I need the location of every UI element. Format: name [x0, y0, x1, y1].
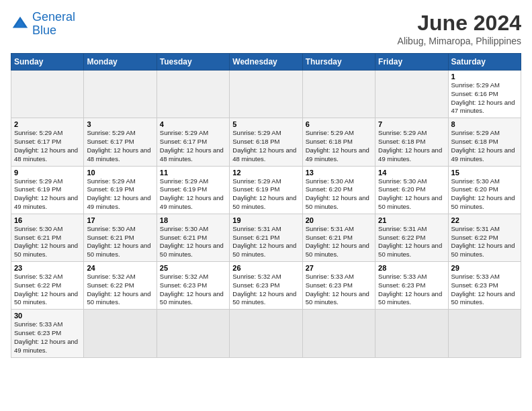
- day-info: Sunrise: 5:29 AMSunset: 6:19 PMDaylight:…: [160, 177, 226, 212]
- week-row-5: 30Sunrise: 5:33 AMSunset: 6:23 PMDayligh…: [11, 310, 521, 357]
- calendar-cell: 1Sunrise: 5:29 AMSunset: 6:16 PMDaylight…: [448, 71, 521, 118]
- calendar-cell: 17Sunrise: 5:30 AMSunset: 6:21 PMDayligh…: [84, 214, 157, 261]
- logo-text: General Blue: [32, 11, 75, 38]
- calendar-cell: 8Sunrise: 5:29 AMSunset: 6:18 PMDaylight…: [448, 118, 521, 166]
- day-info: Sunrise: 5:29 AMSunset: 6:18 PMDaylight:…: [451, 129, 518, 163]
- day-number: 1: [451, 73, 518, 81]
- day-number: 28: [378, 264, 445, 272]
- day-number: 9: [14, 169, 81, 177]
- day-info: Sunrise: 5:33 AMSunset: 6:23 PMDaylight:…: [306, 273, 372, 307]
- calendar-cell: [157, 71, 229, 118]
- header-day-wednesday: Wednesday: [230, 54, 302, 71]
- calendar-title: June 2024: [398, 11, 521, 36]
- day-number: 25: [160, 264, 226, 272]
- day-number: 15: [451, 169, 518, 177]
- day-number: 10: [87, 169, 153, 177]
- day-number: 11: [160, 169, 226, 177]
- day-info: Sunrise: 5:29 AMSunset: 6:17 PMDaylight:…: [14, 129, 81, 163]
- day-number: 18: [160, 216, 226, 224]
- day-number: 19: [232, 216, 299, 224]
- day-info: Sunrise: 5:29 AMSunset: 6:18 PMDaylight:…: [232, 129, 299, 163]
- calendar-cell: [448, 310, 521, 357]
- calendar-cell: [84, 310, 157, 357]
- title-block: June 2024 Alibug, Mimaropa, Philippines: [398, 11, 521, 46]
- calendar-header: SundayMondayTuesdayWednesdayThursdayFrid…: [11, 54, 521, 71]
- day-number: 30: [14, 312, 81, 320]
- day-number: 7: [378, 120, 445, 128]
- calendar-cell: [302, 71, 375, 118]
- calendar-cell: 21Sunrise: 5:31 AMSunset: 6:22 PMDayligh…: [375, 214, 448, 261]
- day-info: Sunrise: 5:31 AMSunset: 6:22 PMDaylight:…: [451, 225, 518, 259]
- week-row-1: 2Sunrise: 5:29 AMSunset: 6:17 PMDaylight…: [11, 118, 521, 166]
- day-number: 6: [306, 120, 372, 128]
- calendar-cell: [375, 310, 448, 357]
- day-info: Sunrise: 5:29 AMSunset: 6:16 PMDaylight:…: [451, 81, 518, 116]
- calendar-cell: 20Sunrise: 5:31 AMSunset: 6:21 PMDayligh…: [302, 214, 375, 261]
- calendar-cell: 30Sunrise: 5:33 AMSunset: 6:23 PMDayligh…: [11, 310, 84, 357]
- day-number: 14: [378, 169, 445, 177]
- calendar-cell: [84, 71, 157, 118]
- day-info: Sunrise: 5:31 AMSunset: 6:21 PMDaylight:…: [232, 225, 299, 259]
- day-info: Sunrise: 5:32 AMSunset: 6:22 PMDaylight:…: [87, 273, 153, 307]
- calendar-cell: 13Sunrise: 5:30 AMSunset: 6:20 PMDayligh…: [302, 166, 375, 214]
- day-number: 23: [14, 264, 81, 272]
- calendar-subtitle: Alibug, Mimaropa, Philippines: [398, 36, 521, 46]
- week-row-3: 16Sunrise: 5:30 AMSunset: 6:21 PMDayligh…: [11, 214, 521, 261]
- day-number: 24: [87, 264, 153, 272]
- calendar-cell: 11Sunrise: 5:29 AMSunset: 6:19 PMDayligh…: [157, 166, 229, 214]
- header-day-tuesday: Tuesday: [157, 54, 229, 71]
- calendar-cell: 15Sunrise: 5:30 AMSunset: 6:20 PMDayligh…: [448, 166, 521, 214]
- header-row: SundayMondayTuesdayWednesdayThursdayFrid…: [11, 54, 521, 71]
- day-info: Sunrise: 5:30 AMSunset: 6:20 PMDaylight:…: [306, 177, 372, 212]
- calendar-cell: 25Sunrise: 5:32 AMSunset: 6:23 PMDayligh…: [157, 262, 229, 310]
- week-row-2: 9Sunrise: 5:29 AMSunset: 6:19 PMDaylight…: [11, 166, 521, 214]
- day-info: Sunrise: 5:33 AMSunset: 6:23 PMDaylight:…: [451, 273, 518, 307]
- day-info: Sunrise: 5:30 AMSunset: 6:20 PMDaylight:…: [378, 177, 445, 212]
- calendar-cell: 12Sunrise: 5:29 AMSunset: 6:19 PMDayligh…: [230, 166, 302, 214]
- day-info: Sunrise: 5:30 AMSunset: 6:21 PMDaylight:…: [160, 225, 226, 259]
- day-info: Sunrise: 5:29 AMSunset: 6:19 PMDaylight:…: [87, 177, 153, 212]
- day-number: 2: [14, 120, 81, 128]
- day-info: Sunrise: 5:33 AMSunset: 6:23 PMDaylight:…: [14, 320, 81, 355]
- calendar-cell: 6Sunrise: 5:29 AMSunset: 6:18 PMDaylight…: [302, 118, 375, 166]
- calendar-cell: 14Sunrise: 5:30 AMSunset: 6:20 PMDayligh…: [375, 166, 448, 214]
- day-info: Sunrise: 5:32 AMSunset: 6:22 PMDaylight:…: [14, 273, 81, 307]
- header-day-saturday: Saturday: [448, 54, 521, 71]
- day-number: 22: [451, 216, 518, 224]
- calendar-cell: 22Sunrise: 5:31 AMSunset: 6:22 PMDayligh…: [448, 214, 521, 261]
- day-info: Sunrise: 5:32 AMSunset: 6:23 PMDaylight:…: [232, 273, 299, 307]
- page-header: General Blue June 2024 Alibug, Mimaropa,…: [11, 11, 521, 46]
- calendar-cell: 16Sunrise: 5:30 AMSunset: 6:21 PMDayligh…: [11, 214, 84, 261]
- day-info: Sunrise: 5:29 AMSunset: 6:19 PMDaylight:…: [232, 177, 299, 212]
- calendar-cell: 28Sunrise: 5:33 AMSunset: 6:23 PMDayligh…: [375, 262, 448, 310]
- calendar-cell: 26Sunrise: 5:32 AMSunset: 6:23 PMDayligh…: [230, 262, 302, 310]
- day-number: 12: [232, 169, 299, 177]
- week-row-0: 1Sunrise: 5:29 AMSunset: 6:16 PMDaylight…: [11, 71, 521, 118]
- day-info: Sunrise: 5:31 AMSunset: 6:22 PMDaylight:…: [378, 225, 445, 259]
- calendar-body: 1Sunrise: 5:29 AMSunset: 6:16 PMDaylight…: [11, 71, 521, 358]
- day-info: Sunrise: 5:30 AMSunset: 6:21 PMDaylight:…: [14, 225, 81, 259]
- header-day-monday: Monday: [84, 54, 157, 71]
- week-row-4: 23Sunrise: 5:32 AMSunset: 6:22 PMDayligh…: [11, 262, 521, 310]
- calendar-cell: [230, 310, 302, 357]
- logo-blue: Blue: [32, 24, 56, 37]
- calendar-cell: [375, 71, 448, 118]
- calendar-cell: [157, 310, 229, 357]
- day-number: 13: [306, 169, 372, 177]
- calendar-cell: 5Sunrise: 5:29 AMSunset: 6:18 PMDaylight…: [230, 118, 302, 166]
- day-info: Sunrise: 5:29 AMSunset: 6:18 PMDaylight:…: [378, 129, 445, 163]
- calendar-cell: 7Sunrise: 5:29 AMSunset: 6:18 PMDaylight…: [375, 118, 448, 166]
- calendar-cell: 24Sunrise: 5:32 AMSunset: 6:22 PMDayligh…: [84, 262, 157, 310]
- calendar-cell: 2Sunrise: 5:29 AMSunset: 6:17 PMDaylight…: [11, 118, 84, 166]
- day-info: Sunrise: 5:31 AMSunset: 6:21 PMDaylight:…: [306, 225, 372, 259]
- day-number: 26: [232, 264, 299, 272]
- header-day-thursday: Thursday: [302, 54, 375, 71]
- day-info: Sunrise: 5:29 AMSunset: 6:18 PMDaylight:…: [306, 129, 372, 163]
- calendar-cell: 27Sunrise: 5:33 AMSunset: 6:23 PMDayligh…: [302, 262, 375, 310]
- day-number: 4: [160, 120, 226, 128]
- day-info: Sunrise: 5:30 AMSunset: 6:21 PMDaylight:…: [87, 225, 153, 259]
- header-day-friday: Friday: [375, 54, 448, 71]
- calendar-table: SundayMondayTuesdayWednesdayThursdayFrid…: [11, 53, 521, 358]
- calendar-cell: 4Sunrise: 5:29 AMSunset: 6:17 PMDaylight…: [157, 118, 229, 166]
- calendar-cell: 9Sunrise: 5:29 AMSunset: 6:19 PMDaylight…: [11, 166, 84, 214]
